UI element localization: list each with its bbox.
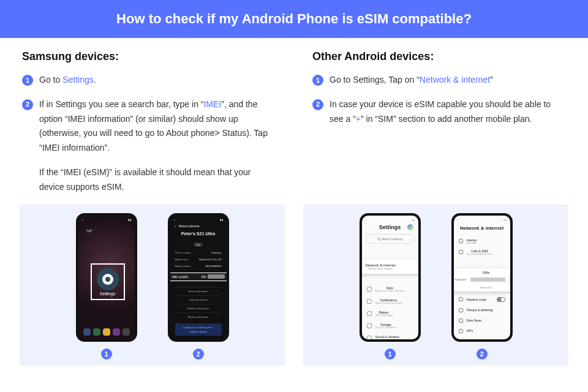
about-title: About phone [179,224,200,228]
other-gallery: ○▮◢ Settings 🔍 Search settings Network &… [303,205,568,366]
text: Go to [39,75,62,85]
row-battery: Battery information [175,312,222,321]
datasaver-icon [459,318,463,323]
plus-link[interactable]: + [356,114,361,124]
sub: Notification history, conversations [375,302,402,304]
settings-list: AppsAssistant, recent apps, default apps… [366,283,415,342]
lower-list: Status information Legal information Sof… [175,287,222,336]
storage-icon [367,323,372,328]
status-bar: ○▮◢ [174,218,223,221]
network-internet-callout: Network & internet Mobile, Wi-Fi, hotspo… [360,260,421,274]
status-bar: ○▮◢ [82,218,131,221]
settings-highlight: Settings [91,263,125,300]
phone-mock-about-phone: ○▮◢ ‹ About phone Peter's S21 Ultra Edit… [168,213,229,342]
row-software: Software information [175,304,222,312]
other-shot-1: ○▮◢ Settings 🔍 Search settings Network &… [360,213,421,360]
sims-callout: SIMs RedteaGO + RedteaGO [451,268,513,292]
item-vpn: VPN [459,326,505,336]
item-notifications: NotificationsNotification history, conve… [366,295,415,307]
text: ” [490,75,493,85]
item-datasaver: Data Saver [459,315,505,326]
samsung-step-2: 2 If in Settings you see a search bar, t… [22,97,276,156]
wifi-icon [360,264,362,269]
samsung-step-1: 1 Go to Settings. [22,73,276,88]
imei-value-prefix: 355 [201,275,206,279]
ni-rest: Airplane mode Hotspot & tethering Data S… [459,294,505,342]
sub: 100% - Fully charged [375,314,393,317]
text: ” in “SIM” section to add another mobile… [361,114,532,124]
sims-bottom: RedteaGO [455,286,513,289]
gear-icon [97,268,119,290]
samsung-shot-1: ○▮◢ °18° Settings 1 [76,213,137,360]
label: Data Saver [467,318,482,322]
item-apps: AppsAssistant, recent apps, default apps [366,283,415,295]
row-legal: Legal information [175,295,222,304]
sub: Data roaming, preferred network [467,253,493,255]
label: Private DNS [467,339,484,342]
samsung-gallery: ○▮◢ °18° Settings 1 ○▮◢ ‹ About phone Pe… [20,205,285,366]
back-icon: ‹ [175,224,176,228]
other-title: Other Android devices: [312,50,566,63]
sub: 29% used - 45.49 GB free [375,326,397,329]
sims-title: SIMs [455,271,513,274]
other-column: Other Android devices: 1 Go to Settings,… [312,50,566,205]
step-text: If in Settings you see a search bar, typ… [39,97,276,156]
samsung-note: If the “IMEI (eSIM)” is available it sho… [39,165,276,195]
battery-icon [367,311,372,316]
settings-link[interactable]: Settings [62,75,94,85]
phone-mock-settings: ○▮◢ Settings 🔍 Search settings Network &… [360,213,421,342]
imei-callout: IMEI (eSIM) 355 [168,272,229,282]
step-badge: 1 [312,75,323,86]
sim-brand: RedteaGO [455,278,467,281]
status-bar: ○▮◢ [366,218,415,221]
sub: Assistant, recent apps, default apps [375,290,405,292]
label: Model number [175,265,191,268]
gallery-row: ○▮◢ °18° Settings 1 ○▮◢ ‹ About phone Pe… [0,205,588,366]
phone-icon [459,250,463,254]
value: Unknown [211,251,222,254]
item-internet: InternetAndroidWifi [454,236,510,247]
row-model-name: Model nameGalaxy S21 Ultra 5G [175,256,222,263]
callout-title: Network & internet [366,263,396,267]
step-text: Go to Settings, Tap on “Network & intern… [330,73,566,88]
item-hotspot: Hotspot & tethering [459,305,505,315]
vpn-icon [459,329,463,333]
hotspot-icon [459,308,463,312]
row-status: Status information [175,287,222,295]
toggle-icon [497,297,505,302]
weather-widget: °18° [86,229,92,233]
label: Model name [175,258,189,261]
sub: AndroidWifi [467,242,477,244]
caption-badge: 2 [193,349,204,360]
text: Go to Settings, Tap on “ [330,75,420,85]
value: Galaxy S21 Ultra 5G [199,258,222,261]
text: . [94,75,96,85]
status-bar: ○▮◢ [458,218,507,221]
item-airplane: Airplane mode [459,294,505,305]
airplane-icon [459,297,463,301]
imei-label: IMEI (eSIM) [172,275,189,279]
phone-mock-samsung-home: ○▮◢ °18° Settings [76,213,137,342]
label: Sound & vibration [375,335,399,339]
step-text: In case your device is eSIM capable you … [330,97,566,127]
search-settings-field: 🔍 Search settings [366,234,415,244]
other-step-1: 1 Go to Settings, Tap on “Network & inte… [312,73,566,88]
text: If in Settings you see a search bar, typ… [39,99,203,109]
samsung-column: Samsung devices: 1 Go to Settings. 2 If … [22,50,276,205]
dns-icon [459,339,463,342]
wifi-icon [459,239,463,243]
bell-icon [367,299,372,304]
item-battery: Battery100% - Fully charged [366,307,415,320]
dock [83,328,130,336]
label: Hotspot & tethering [467,308,493,312]
phone-mock-network-internet: ○▮◢ Network & internet InternetAndroidWi… [451,213,513,342]
item-storage: Storage29% used - 45.49 GB free [366,320,415,332]
lfe-sub: Software update [178,330,219,333]
network-internet-link[interactable]: Network & internet [420,75,490,85]
samsung-shot-2: ○▮◢ ‹ About phone Peter's S21 Ultra Edit… [168,213,229,360]
edit-button: Edit [194,243,203,247]
row-phone-number: Phone numberUnknown [175,249,222,256]
page-header: How to check if my Android Phone is eSIM… [0,0,588,38]
step-badge: 2 [312,99,323,110]
imei-link[interactable]: IMEI [203,99,221,109]
